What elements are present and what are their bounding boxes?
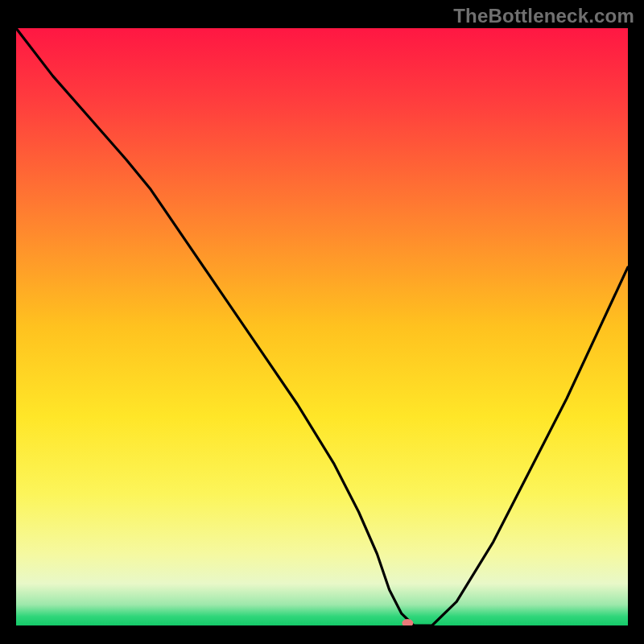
plot-area (16, 28, 628, 625)
gradient-background (16, 28, 628, 625)
chart-frame: TheBottleneck.com (0, 0, 644, 644)
chart-svg (16, 28, 628, 625)
watermark-text: TheBottleneck.com (453, 5, 634, 27)
